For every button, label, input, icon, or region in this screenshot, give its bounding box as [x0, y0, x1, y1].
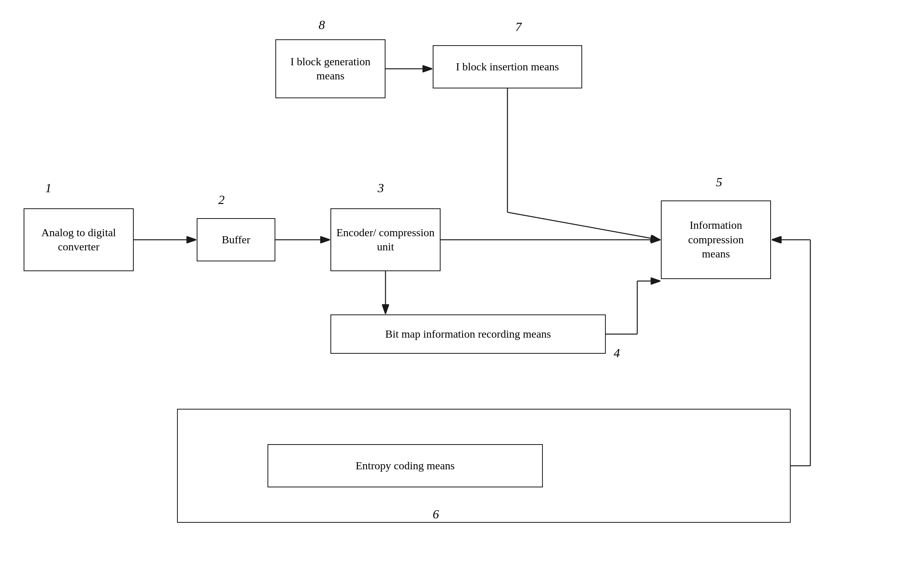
block-i-block-generation: I block generationmeans	[275, 39, 385, 98]
block-information-compression-label: Informationcompressionmeans	[688, 218, 744, 261]
block-analog-converter-label: Analog to digital converter	[24, 226, 133, 254]
svg-line-5	[507, 212, 659, 240]
label-4: 4	[614, 346, 620, 360]
label-7: 7	[515, 20, 522, 34]
block-entropy-coding: Entropy coding means	[267, 444, 543, 487]
block-analog-converter: Analog to digital converter	[24, 208, 134, 271]
block-encoder-label: Encoder/ compressionunit	[336, 226, 435, 254]
label-5: 5	[716, 175, 722, 189]
label-1: 1	[45, 181, 52, 195]
block-bitmap-label: Bit map information recording means	[385, 327, 551, 341]
block-buffer-label: Buffer	[222, 233, 251, 247]
block-i-block-insertion-label: I block insertion means	[456, 60, 559, 74]
label-3: 3	[378, 181, 384, 195]
diagram: Analog to digital converter 1 Buffer 2 E…	[0, 0, 913, 588]
label-8: 8	[319, 18, 325, 32]
block-information-compression: Informationcompressionmeans	[661, 200, 771, 279]
block-encoder: Encoder/ compressionunit	[330, 208, 441, 271]
block-bitmap: Bit map information recording means	[330, 314, 606, 354]
block-buffer: Buffer	[197, 218, 275, 261]
label-2: 2	[218, 193, 225, 207]
block-i-block-insertion: I block insertion means	[433, 45, 582, 88]
label-6: 6	[433, 507, 439, 522]
block-entropy-coding-label: Entropy coding means	[356, 459, 455, 473]
block-i-block-generation-label: I block generationmeans	[290, 55, 371, 83]
